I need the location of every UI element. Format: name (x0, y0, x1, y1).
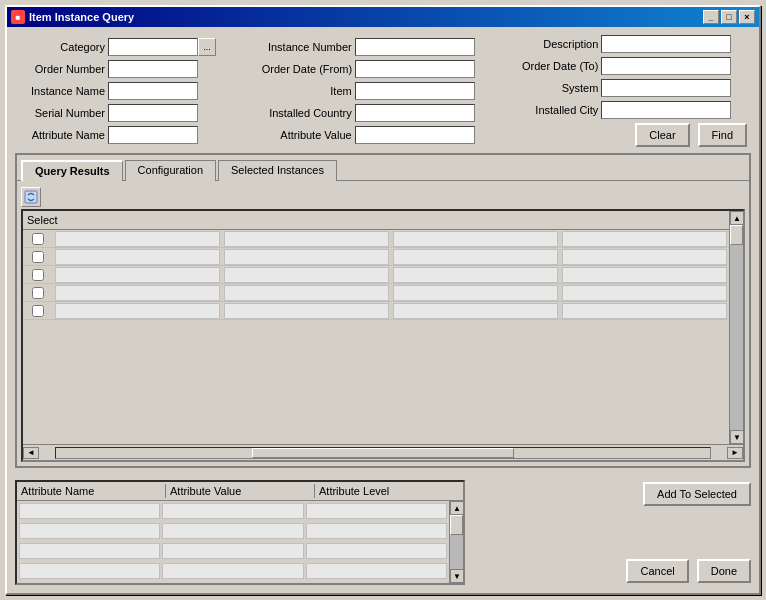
row-cell-2-3 (393, 249, 558, 265)
category-label: Category (15, 41, 105, 53)
attr-scroll-down[interactable]: ▼ (450, 569, 463, 583)
tab-query-results[interactable]: Query Results (21, 160, 123, 181)
table-row (23, 248, 729, 266)
order-date-from-field: Order Date (From) (262, 60, 505, 78)
attr-row-3 (19, 543, 447, 561)
row-cell-5-2 (224, 303, 389, 319)
attr-vertical-scrollbar[interactable]: ▲ ▼ (449, 501, 463, 583)
installed-city-label: Installed City (508, 104, 598, 116)
scroll-up-arrow[interactable]: ▲ (730, 211, 743, 225)
row-cell-3-2 (224, 267, 389, 283)
row-checkbox-1[interactable] (23, 233, 53, 245)
system-input[interactable] (601, 79, 731, 97)
scroll-track[interactable] (730, 225, 743, 430)
find-button[interactable]: Find (698, 123, 747, 147)
order-date-from-label: Order Date (From) (262, 63, 352, 75)
scroll-thumb[interactable] (730, 225, 743, 245)
row-checkbox-4[interactable] (23, 287, 53, 299)
category-browse-button[interactable]: ... (198, 38, 216, 56)
instance-number-input[interactable] (355, 38, 475, 56)
minimize-button[interactable]: _ (703, 10, 719, 24)
installed-city-input[interactable] (601, 101, 731, 119)
h-scroll-thumb[interactable] (252, 448, 514, 458)
table-row (23, 302, 729, 320)
attr-cell-4-3 (306, 563, 447, 579)
order-number-field: Order Number (15, 60, 258, 78)
attribute-name-input[interactable] (108, 126, 198, 144)
category-field: Category ... (15, 38, 258, 56)
order-date-from-input[interactable] (355, 60, 475, 78)
scroll-left-arrow[interactable]: ◄ (23, 447, 39, 459)
attribute-rows (17, 501, 449, 583)
attribute-name-label: Attribute Name (15, 129, 105, 141)
maximize-button[interactable]: □ (721, 10, 737, 24)
cancel-button[interactable]: Cancel (626, 559, 688, 583)
installed-country-input[interactable] (355, 104, 475, 122)
attr-row-2 (19, 523, 447, 541)
attribute-value-input[interactable] (355, 126, 475, 144)
attr-cell-4-2 (162, 563, 303, 579)
instance-name-label: Instance Name (15, 85, 105, 97)
row-cell-5-3 (393, 303, 558, 319)
attr-scroll-up[interactable]: ▲ (450, 501, 463, 515)
tabs-container: Query Results Configuration Selected Ins… (15, 153, 751, 468)
row-checkbox-5[interactable] (23, 305, 53, 317)
item-input[interactable] (355, 82, 475, 100)
add-to-selected-button[interactable]: Add To Selected (643, 482, 751, 506)
category-wrapper: ... (108, 38, 216, 56)
attr-scroll-track[interactable] (450, 515, 463, 569)
attribute-name-field: Attribute Name (15, 126, 258, 144)
tab-selected-instances[interactable]: Selected Instances (218, 160, 337, 181)
row-checkbox-3[interactable] (23, 269, 53, 281)
description-input[interactable] (601, 35, 731, 53)
description-field: Description (508, 35, 751, 53)
instance-name-input[interactable] (108, 82, 198, 100)
row-cell-1-1 (55, 231, 220, 247)
attr-level-header: Attribute Level (315, 484, 463, 498)
bottom-action-buttons: Cancel Done (473, 559, 751, 583)
serial-number-input[interactable] (108, 104, 198, 122)
attr-scroll-thumb[interactable] (450, 515, 463, 535)
row-cell-1-3 (393, 231, 558, 247)
row-cell-3-4 (562, 267, 727, 283)
attr-cell-3-1 (19, 543, 160, 559)
category-input[interactable] (108, 38, 198, 56)
description-label: Description (508, 38, 598, 50)
system-field: System (508, 79, 751, 97)
table-horizontal-scrollbar[interactable]: ◄ ► (23, 444, 743, 460)
row-checkbox-2[interactable] (23, 251, 53, 263)
scroll-right-arrow[interactable]: ► (727, 447, 743, 459)
attr-row-4 (19, 563, 447, 581)
tab-content-query-results: Select (17, 180, 749, 466)
select-column-header: Select (23, 212, 62, 228)
clear-button[interactable]: Clear (635, 123, 689, 147)
attribute-value-label: Attribute Value (262, 129, 352, 141)
row-cell-2-4 (562, 249, 727, 265)
form-col-3: Description Order Date (To) System Insta… (508, 35, 751, 147)
row-cell-4-3 (393, 285, 558, 301)
order-date-to-input[interactable] (601, 57, 731, 75)
table-vertical-scrollbar[interactable]: ▲ ▼ (729, 211, 743, 444)
order-number-input[interactable] (108, 60, 198, 78)
attr-cell-2-3 (306, 523, 447, 539)
scroll-down-arrow[interactable]: ▼ (730, 430, 743, 444)
attr-cell-2-2 (162, 523, 303, 539)
row-cell-4-2 (224, 285, 389, 301)
attr-row-1 (19, 503, 447, 521)
serial-number-label: Serial Number (15, 107, 105, 119)
instance-number-label: Instance Number (262, 41, 352, 53)
table-row (23, 284, 729, 302)
form-row-1: Category ... Order Number Instance Name (15, 35, 751, 147)
refresh-icon[interactable] (21, 187, 41, 207)
row-cell-5-1 (55, 303, 220, 319)
done-button[interactable]: Done (697, 559, 751, 583)
attribute-table-header: Attribute Name Attribute Value Attribute… (17, 482, 463, 501)
h-scroll-track[interactable] (55, 447, 711, 459)
close-button[interactable]: × (739, 10, 755, 24)
table-toolbar (21, 185, 745, 209)
title-controls: _ □ × (703, 10, 755, 24)
instance-number-field: Instance Number (262, 38, 505, 56)
results-table: Select (21, 209, 745, 462)
tab-configuration[interactable]: Configuration (125, 160, 216, 181)
order-date-to-field: Order Date (To) (508, 57, 751, 75)
